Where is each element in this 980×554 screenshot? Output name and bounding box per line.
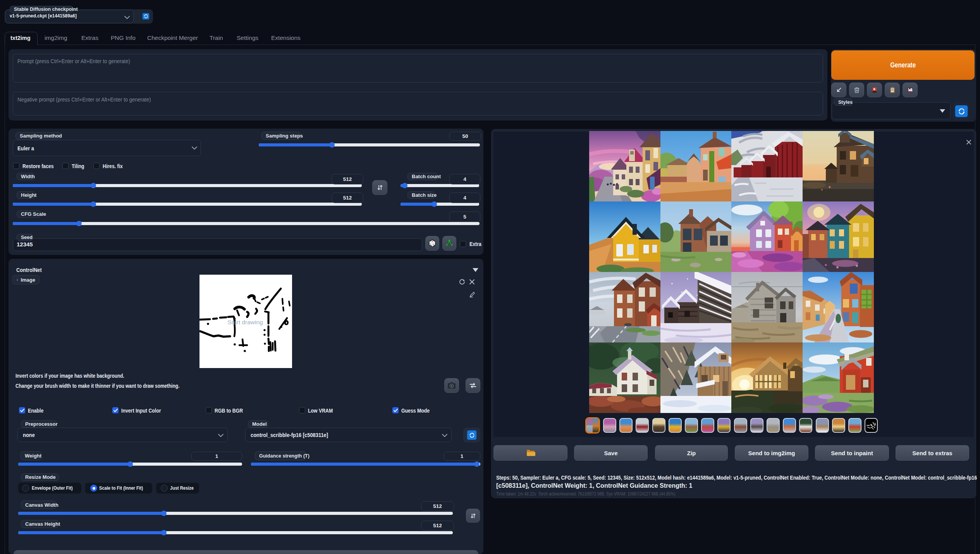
svg-text:Start drawing: Start drawing xyxy=(227,319,263,325)
